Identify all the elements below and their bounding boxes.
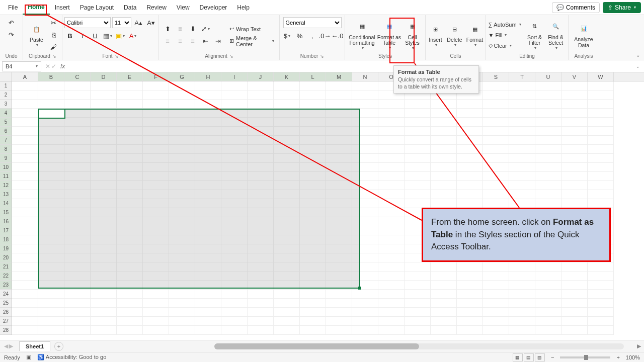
cell[interactable]: [588, 326, 614, 335]
cell[interactable]: [143, 308, 169, 317]
cut-button[interactable]: ✂: [48, 18, 59, 29]
column-header[interactable]: S: [483, 72, 509, 81]
cell[interactable]: [431, 136, 457, 145]
merge-center-button[interactable]: ⊞Merge & Center▾: [227, 36, 276, 47]
cell[interactable]: [561, 154, 588, 163]
cell[interactable]: [12, 145, 38, 154]
cell[interactable]: [221, 290, 248, 299]
row-header[interactable]: 21: [0, 262, 12, 272]
cell[interactable]: [561, 199, 588, 208]
zoom-slider[interactable]: [560, 356, 610, 358]
tab-home[interactable]: Home: [23, 1, 49, 15]
cell[interactable]: [509, 326, 535, 335]
cell[interactable]: [12, 272, 38, 281]
cell[interactable]: [378, 163, 405, 172]
cell[interactable]: [64, 90, 91, 100]
cell[interactable]: [274, 290, 300, 299]
cell[interactable]: [274, 90, 300, 100]
cell[interactable]: [405, 199, 431, 208]
cell[interactable]: [352, 100, 378, 109]
cell[interactable]: [588, 299, 614, 308]
cell[interactable]: [535, 308, 561, 317]
column-header[interactable]: A: [12, 72, 38, 81]
italic-button[interactable]: I: [77, 30, 88, 41]
tab-developer[interactable]: Developer: [195, 1, 232, 14]
cell[interactable]: [405, 281, 431, 290]
cell[interactable]: [300, 290, 326, 299]
row-header[interactable]: 11: [0, 172, 12, 181]
row-header[interactable]: 16: [0, 217, 12, 226]
cell[interactable]: [405, 272, 431, 281]
row-header[interactable]: 25: [0, 299, 12, 308]
cell[interactable]: [561, 145, 588, 154]
cell[interactable]: [588, 154, 614, 163]
cell[interactable]: [378, 217, 405, 226]
cell[interactable]: [12, 81, 38, 90]
cell[interactable]: [509, 100, 535, 109]
undo-button[interactable]: ↶: [6, 17, 17, 28]
cell[interactable]: [457, 136, 483, 145]
cell[interactable]: [535, 136, 561, 145]
cell[interactable]: [588, 281, 614, 290]
cell[interactable]: [509, 262, 535, 272]
align-top-button[interactable]: ⬆: [162, 24, 173, 35]
cell[interactable]: [483, 272, 509, 281]
column-header[interactable]: J: [248, 72, 274, 81]
cell[interactable]: [64, 100, 91, 109]
cell[interactable]: [12, 281, 38, 290]
orientation-button[interactable]: ⤢▾: [200, 24, 211, 35]
cell[interactable]: [12, 172, 38, 181]
cell[interactable]: [535, 290, 561, 299]
cell[interactable]: [326, 81, 352, 90]
cell[interactable]: [457, 118, 483, 127]
align-middle-button[interactable]: ≡: [175, 24, 186, 35]
cell[interactable]: [535, 81, 561, 90]
font-size-select[interactable]: 11: [112, 17, 131, 28]
tab-help[interactable]: Help: [232, 1, 255, 14]
cell[interactable]: [405, 100, 431, 109]
cell[interactable]: [38, 299, 64, 308]
cell[interactable]: [248, 326, 274, 335]
row-header[interactable]: 24: [0, 290, 12, 299]
tab-page-layout[interactable]: Page Layout: [75, 1, 119, 14]
dialog-launcher-icon[interactable]: ↘: [229, 54, 233, 59]
cell[interactable]: [12, 118, 38, 127]
cell[interactable]: [274, 81, 300, 90]
cell[interactable]: [91, 81, 117, 90]
cell[interactable]: [378, 190, 405, 199]
normal-view-button[interactable]: ▦: [513, 353, 523, 361]
cell[interactable]: [457, 190, 483, 199]
cell[interactable]: [352, 308, 378, 317]
cell[interactable]: [38, 308, 64, 317]
cell[interactable]: [588, 145, 614, 154]
cell[interactable]: [588, 181, 614, 190]
cell[interactable]: [326, 326, 352, 335]
row-header[interactable]: 7: [0, 136, 12, 145]
cell[interactable]: [274, 326, 300, 335]
cell[interactable]: [12, 109, 38, 118]
cell[interactable]: [91, 299, 117, 308]
cell[interactable]: [12, 308, 38, 317]
cell[interactable]: [535, 199, 561, 208]
increase-decimal-button[interactable]: .0→: [319, 30, 331, 41]
cell[interactable]: [38, 326, 64, 335]
cell[interactable]: [483, 199, 509, 208]
decrease-indent-button[interactable]: ⇤: [200, 36, 211, 47]
cell[interactable]: [509, 281, 535, 290]
cell[interactable]: [561, 299, 588, 308]
cell[interactable]: [509, 109, 535, 118]
format-cells-button[interactable]: ▦Format▾: [465, 19, 485, 52]
cell[interactable]: [378, 208, 405, 217]
cell[interactable]: [457, 317, 483, 326]
cell[interactable]: [169, 81, 195, 90]
cell[interactable]: [405, 317, 431, 326]
redo-button[interactable]: ↷: [6, 29, 17, 40]
cell[interactable]: [221, 299, 248, 308]
cell[interactable]: [378, 253, 405, 262]
cell[interactable]: [378, 136, 405, 145]
column-header[interactable]: D: [91, 72, 117, 81]
cell[interactable]: [274, 299, 300, 308]
formula-input[interactable]: [67, 61, 632, 71]
cell[interactable]: [561, 172, 588, 181]
cell[interactable]: [378, 154, 405, 163]
